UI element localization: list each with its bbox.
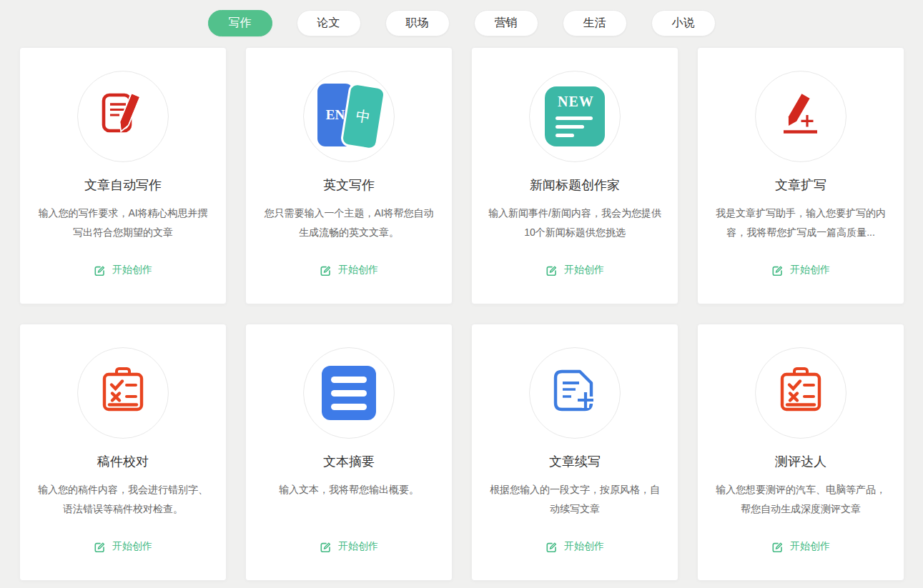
start-creating-label: 开始创作 — [564, 540, 604, 553]
tool-card[interactable]: 稿件校对 输入您的稿件内容，我会进行错别字、语法错误等稿件校对检查。 开始创作 — [19, 324, 227, 581]
card-title: 英文写作 — [246, 176, 452, 194]
start-creating-label: 开始创作 — [790, 540, 830, 553]
start-creating-link[interactable]: 开始创作 — [20, 540, 226, 553]
card-description: 我是文章扩写助手，输入您要扩写的内容，我将帮您扩写成一篇高质量... — [712, 204, 889, 242]
card-description: 输入文本，我将帮您输出概要。 — [260, 480, 438, 499]
card-description: 根据您输入的一段文字，按原风格，自动续写文章 — [486, 480, 663, 519]
tool-card[interactable]: 测评达人 输入您想要测评的汽车、电脑等产品，帮您自动生成深度测评文章 开始创作 — [697, 324, 904, 581]
card-title: 稿件校对 — [20, 453, 226, 470]
pencil-plus-icon — [774, 89, 827, 144]
icon-circle — [529, 347, 621, 439]
document-pencil-icon — [97, 89, 149, 144]
tool-card[interactable]: 文章自动写作 输入您的写作要求，AI将精心构思并撰写出符合您期望的文章 开始创作 — [19, 47, 227, 304]
category-tabs: 写作论文职场营销生活小说 — [0, 10, 923, 36]
tab-pill[interactable]: 营销 — [474, 10, 538, 36]
start-creating-link[interactable]: 开始创作 — [698, 540, 904, 553]
edit-square-icon — [320, 264, 332, 276]
card-title: 文章续写 — [472, 453, 678, 470]
start-creating-link[interactable]: 开始创作 — [246, 264, 452, 276]
tab-pill[interactable]: 职场 — [385, 10, 450, 36]
tool-card[interactable]: NEW 新闻标题创作家 输入新闻事件/新闻内容，我会为您提供10个新闻标题供您挑… — [471, 47, 678, 304]
card-title: 文章扩写 — [698, 176, 904, 194]
edit-square-icon — [320, 541, 332, 553]
start-creating-link[interactable]: 开始创作 — [472, 540, 678, 553]
clipboard-check-icon — [97, 366, 149, 420]
edit-square-icon — [771, 541, 784, 553]
card-grid: 文章自动写作 输入您的写作要求，AI将精心构思并撰写出符合您期望的文章 开始创作… — [0, 36, 923, 581]
translate-icon: EN 中 — [312, 81, 386, 152]
icon-circle — [77, 71, 169, 162]
card-title: 测评达人 — [698, 453, 904, 470]
edit-square-icon — [546, 264, 558, 276]
card-title: 新闻标题创作家 — [472, 176, 678, 194]
icon-circle — [755, 71, 847, 162]
tab-pill[interactable]: 写作 — [208, 10, 272, 36]
tool-card[interactable]: 文章扩写 我是文章扩写助手，输入您要扩写的内容，我将帮您扩写成一篇高质量... … — [697, 47, 904, 304]
document-plus-icon — [548, 365, 601, 421]
icon-circle: NEW — [529, 71, 621, 162]
start-creating-label: 开始创作 — [112, 540, 152, 553]
new-badge: NEW — [558, 94, 605, 110]
tool-card[interactable]: 文本摘要 输入文本，我将帮您输出概要。 开始创作 — [245, 324, 453, 581]
start-creating-link[interactable]: 开始创作 — [246, 540, 452, 553]
start-creating-label: 开始创作 — [338, 264, 378, 276]
icon-circle — [755, 347, 847, 439]
start-creating-link[interactable]: 开始创作 — [698, 264, 904, 276]
card-description: 输入您的写作要求，AI将精心构思并撰写出符合您期望的文章 — [34, 204, 212, 242]
card-description: 输入您想要测评的汽车、电脑等产品，帮您自动生成深度测评文章 — [712, 480, 889, 519]
start-creating-label: 开始创作 — [564, 264, 604, 276]
start-creating-label: 开始创作 — [112, 264, 152, 276]
card-title: 文章自动写作 — [20, 176, 226, 194]
icon-circle — [303, 347, 395, 439]
tool-card[interactable]: 文章续写 根据您输入的一段文字，按原风格，自动续写文章 开始创作 — [471, 324, 678, 581]
tool-card[interactable]: EN 中 英文写作 您只需要输入一个主题，AI将帮您自动生成流畅的英文文章。 开… — [245, 47, 453, 304]
tab-pill[interactable]: 小说 — [651, 10, 716, 36]
card-description: 输入您的稿件内容，我会进行错别字、语法错误等稿件校对检查。 — [34, 480, 212, 519]
news-badge-icon: NEW — [545, 86, 605, 146]
edit-square-icon — [771, 264, 784, 276]
edit-square-icon — [94, 264, 106, 276]
start-creating-label: 开始创作 — [338, 540, 378, 553]
card-description: 输入新闻事件/新闻内容，我会为您提供10个新闻标题供您挑选 — [486, 204, 663, 242]
icon-circle: EN 中 — [303, 71, 395, 162]
card-title: 文本摘要 — [246, 453, 452, 470]
summary-lines-icon — [322, 366, 376, 420]
card-description: 您只需要输入一个主题，AI将帮您自动生成流畅的英文文章。 — [260, 204, 438, 242]
start-creating-link[interactable]: 开始创作 — [20, 264, 226, 276]
clipboard-check-icon — [775, 366, 826, 420]
edit-square-icon — [546, 541, 558, 553]
tab-pill[interactable]: 生活 — [563, 10, 627, 36]
start-creating-link[interactable]: 开始创作 — [472, 264, 678, 276]
icon-circle — [77, 347, 169, 439]
start-creating-label: 开始创作 — [790, 264, 830, 276]
edit-square-icon — [94, 541, 106, 553]
tab-pill[interactable]: 论文 — [297, 10, 361, 36]
